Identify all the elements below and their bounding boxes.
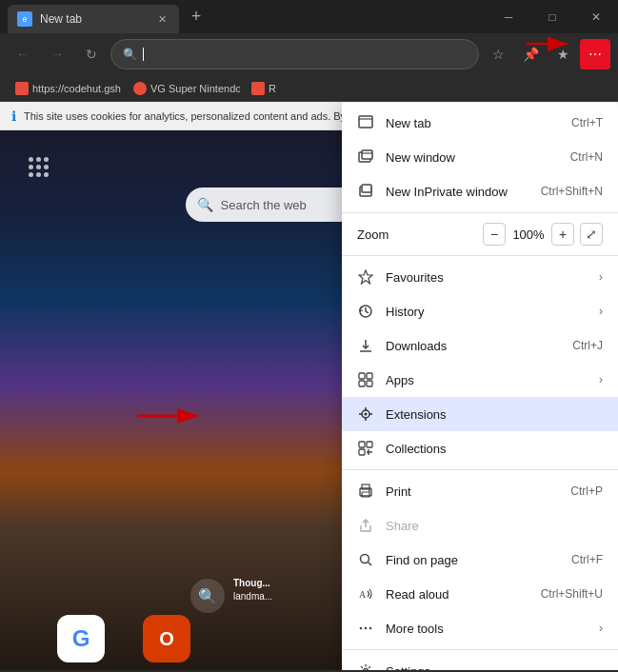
menu-item-inprivate[interactable]: New InPrivate window Ctrl+Shift+N bbox=[342, 174, 618, 208]
menu-label-collections: Collections bbox=[386, 442, 603, 456]
bookmark-item-1[interactable]: https://codehut.gsh... bbox=[8, 80, 122, 97]
active-tab[interactable]: e New tab ✕ bbox=[8, 5, 179, 33]
back-button[interactable]: ← bbox=[8, 39, 38, 69]
menu-item-find[interactable]: Find on page Ctrl+F bbox=[342, 543, 618, 577]
office-icon: O bbox=[143, 615, 190, 662]
menu-icon-highlighted[interactable]: ⋯ bbox=[580, 39, 610, 69]
toolbar-icons: ☆ 📌 ★ ⋯ bbox=[483, 39, 610, 69]
window-controls: ─ □ ✕ bbox=[487, 0, 618, 33]
bookmark-favicon-3 bbox=[251, 82, 265, 95]
menu-arrow-more-tools: › bbox=[599, 622, 603, 635]
star-icon[interactable]: ☆ bbox=[483, 39, 513, 69]
zoom-out-button[interactable]: − bbox=[483, 223, 506, 246]
print-menu-icon bbox=[357, 483, 374, 500]
svg-rect-13 bbox=[367, 373, 372, 379]
svg-marker-9 bbox=[359, 270, 372, 284]
zoom-in-button[interactable]: + bbox=[551, 223, 574, 246]
menu-label-share: Share bbox=[386, 519, 603, 533]
close-button[interactable]: ✕ bbox=[574, 0, 618, 33]
extensions-menu-icon bbox=[357, 405, 374, 423]
bookmark-bar: https://codehut.gsh... VG Super Nintendo… bbox=[0, 75, 618, 102]
menu-label-print: Print bbox=[386, 484, 559, 499]
menu-label-favourites: Favourites bbox=[386, 270, 588, 285]
apps-menu-icon bbox=[357, 371, 374, 388]
menu-label-more-tools: More tools bbox=[386, 622, 588, 636]
menu-item-extensions[interactable]: Extensions bbox=[342, 397, 618, 431]
tab-close-button[interactable]: ✕ bbox=[154, 11, 169, 27]
menu-label-apps: Apps bbox=[386, 373, 588, 387]
svg-point-30 bbox=[369, 490, 370, 492]
zoom-fullscreen-button[interactable]: ⤢ bbox=[580, 223, 603, 246]
favourites-icon[interactable]: ★ bbox=[548, 39, 578, 69]
menu-divider-2 bbox=[342, 255, 618, 256]
bookmark-label-2: VG Super Nintendo Ga... bbox=[150, 83, 240, 94]
menu-item-apps[interactable]: Apps › bbox=[342, 363, 618, 397]
search-circle-icon[interactable]: 🔍 bbox=[190, 579, 225, 613]
menu-arrow-history: › bbox=[599, 305, 603, 318]
menu-item-new-window[interactable]: New window Ctrl+N bbox=[342, 140, 618, 174]
collections-icon[interactable]: 📌 bbox=[515, 39, 546, 69]
browser-window: e New tab ✕ + ─ □ ✕ ← → ↻ 🔍 ☆ 📌 ★ ⋯ bbox=[0, 0, 618, 672]
minimize-button[interactable]: ─ bbox=[487, 0, 530, 33]
more-tools-menu-icon bbox=[357, 620, 374, 637]
zoom-label: Zoom bbox=[357, 227, 475, 242]
google-icon: G bbox=[57, 615, 105, 662]
menu-label-new-tab: New tab bbox=[386, 116, 560, 130]
bookmark-favicon-1 bbox=[15, 82, 29, 95]
menu-arrow-favourites: › bbox=[599, 270, 603, 284]
bookmark-item-3[interactable]: R bbox=[244, 80, 284, 97]
menu-item-history[interactable]: History › bbox=[342, 294, 618, 328]
zoom-value: 100% bbox=[511, 227, 546, 242]
collections-menu-icon bbox=[357, 440, 374, 457]
menu-shortcut-new-tab: Ctrl+T bbox=[571, 116, 603, 129]
menu-item-read-aloud[interactable]: A Read aloud Ctrl+Shift+U bbox=[342, 577, 618, 611]
menu-label-find: Find on page bbox=[386, 553, 560, 567]
search-icon-page: 🔍 bbox=[197, 197, 213, 212]
shortcut-google[interactable]: G Google bbox=[57, 615, 105, 670]
context-menu: New tab Ctrl+T New window Ctrl+N New InP… bbox=[342, 102, 618, 670]
new-tab-icon bbox=[357, 114, 374, 131]
shortcuts-area: 🔍 Thoug... landma... G Google O Office bbox=[57, 567, 190, 670]
maximize-button[interactable]: □ bbox=[530, 0, 574, 33]
dots-icon: ⋯ bbox=[588, 47, 602, 62]
svg-point-35 bbox=[365, 627, 368, 630]
menu-item-print[interactable]: Print Ctrl+P bbox=[342, 474, 618, 508]
svg-rect-24 bbox=[359, 449, 365, 455]
address-input[interactable]: 🔍 bbox=[110, 39, 479, 69]
menu-item-more-tools[interactable]: More tools › bbox=[342, 611, 618, 645]
svg-point-31 bbox=[361, 555, 369, 563]
inprivate-icon bbox=[357, 183, 374, 200]
svg-text:A: A bbox=[359, 589, 367, 600]
apps-grid-icon[interactable] bbox=[29, 157, 49, 177]
refresh-button[interactable]: ↻ bbox=[76, 39, 107, 69]
menu-item-collections[interactable]: Collections bbox=[342, 431, 618, 465]
svg-point-36 bbox=[369, 627, 372, 630]
content-area: ℹ This site uses cookies for analytics, … bbox=[0, 102, 618, 670]
shortcut-google-label: Google bbox=[64, 668, 97, 670]
menu-shortcut-read-aloud: Ctrl+Shift+U bbox=[541, 587, 603, 601]
menu-arrow-apps: › bbox=[599, 373, 603, 386]
share-menu-icon bbox=[357, 517, 374, 534]
info-icon: ℹ bbox=[11, 109, 16, 124]
menu-item-settings[interactable]: Settings bbox=[342, 654, 618, 670]
menu-item-downloads[interactable]: Downloads Ctrl+J bbox=[342, 328, 618, 363]
bookmark-item-2[interactable]: VG Super Nintendo Ga... bbox=[126, 80, 240, 97]
search-placeholder: Search the web bbox=[221, 198, 307, 212]
menu-label-new-window: New window bbox=[386, 150, 559, 165]
forward-button[interactable]: → bbox=[42, 39, 72, 69]
shortcut-office-label: Office bbox=[153, 668, 181, 670]
menu-divider-3 bbox=[342, 469, 618, 470]
menu-shortcut-find: Ctrl+F bbox=[571, 553, 603, 566]
svg-rect-15 bbox=[367, 381, 372, 386]
zoom-row: Zoom − 100% + ⤢ bbox=[342, 217, 618, 251]
new-tab-button[interactable]: + bbox=[183, 4, 209, 30]
menu-divider-4 bbox=[342, 649, 618, 650]
menu-label-inprivate: New InPrivate window bbox=[386, 185, 529, 199]
svg-rect-14 bbox=[359, 381, 365, 386]
menu-item-favourites[interactable]: Favourites › bbox=[342, 260, 618, 294]
menu-label-read-aloud: Read aloud bbox=[386, 587, 529, 602]
settings-menu-icon bbox=[357, 662, 374, 670]
shortcut-office[interactable]: O Office bbox=[143, 615, 190, 670]
menu-item-new-tab[interactable]: New tab Ctrl+T bbox=[342, 106, 618, 140]
svg-rect-8 bbox=[362, 185, 371, 192]
